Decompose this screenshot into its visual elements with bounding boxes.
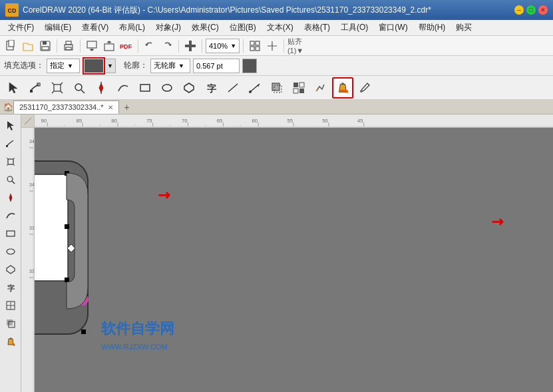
svg-point-40 xyxy=(346,90,349,93)
text-tool[interactable]: 字 xyxy=(200,77,222,98)
svg-text:CD: CD xyxy=(8,7,17,14)
menu-tools[interactable]: 工具(O) xyxy=(335,21,373,35)
zoom-tool[interactable] xyxy=(69,77,90,98)
tab-close[interactable]: ✕ xyxy=(108,104,113,111)
svg-point-55 xyxy=(13,343,15,346)
left-table-tool[interactable] xyxy=(1,297,20,314)
fill-bucket-tool[interactable] xyxy=(332,77,353,98)
save-button[interactable] xyxy=(37,38,53,54)
fill-color-dropdown[interactable]: ▼ xyxy=(105,59,116,73)
left-polygon-tool[interactable] xyxy=(1,261,20,278)
svg-rect-18 xyxy=(256,47,260,51)
menu-effects[interactable]: 效果(C) xyxy=(186,21,224,35)
svg-rect-53 xyxy=(7,319,13,325)
zoom-level-dropdown[interactable]: 410% ▼ xyxy=(206,39,240,53)
ruler-corner[interactable] xyxy=(21,114,35,128)
fill-type-select[interactable]: 指定 ▼ xyxy=(47,59,80,73)
redo-button[interactable] xyxy=(159,38,175,54)
menu-help[interactable]: 帮助(H) xyxy=(413,21,451,35)
left-rect-tool[interactable] xyxy=(1,225,20,242)
svg-text:330: 330 xyxy=(29,269,35,274)
svg-text:90: 90 xyxy=(41,118,47,124)
left-ellipse-tool[interactable] xyxy=(1,243,20,260)
line-tool[interactable] xyxy=(222,77,244,98)
snap-to-button[interactable]: 贴齐(1)▼ xyxy=(287,38,303,54)
polygon-tool[interactable] xyxy=(178,77,200,98)
new-tab-button[interactable]: + xyxy=(120,100,134,114)
left-select-tool[interactable] xyxy=(1,117,20,134)
export-button[interactable] xyxy=(101,38,117,54)
menu-window[interactable]: 窗口(W) xyxy=(373,21,413,35)
svg-line-56 xyxy=(25,118,31,124)
pen-tool[interactable] xyxy=(91,77,112,98)
svg-line-45 xyxy=(12,181,15,184)
left-shadow-tool[interactable] xyxy=(1,315,20,332)
menu-text[interactable]: 文本(X) xyxy=(262,21,299,35)
shadow-tool[interactable] xyxy=(266,77,287,98)
node-tool[interactable] xyxy=(25,77,46,98)
undo-button[interactable] xyxy=(142,38,158,54)
menu-view[interactable]: 查看(V) xyxy=(77,21,114,35)
document-tab[interactable]: 2531170_23373302334..* ✕ xyxy=(13,100,119,114)
svg-text:335: 335 xyxy=(29,226,35,230)
svg-point-38 xyxy=(316,89,318,91)
left-zoom-tool[interactable] xyxy=(1,171,20,188)
standard-toolbar: PDF 410% ▼ 贴齐(1)▼ xyxy=(0,36,553,56)
menu-object[interactable]: 对象(J) xyxy=(150,21,186,35)
svg-rect-24 xyxy=(140,85,150,91)
zoom-in-button[interactable] xyxy=(182,38,198,54)
tools-bar: 字 xyxy=(0,76,553,100)
minimize-button[interactable]: ─ xyxy=(514,5,524,15)
import-button[interactable] xyxy=(84,38,100,54)
ellipse-tool[interactable] xyxy=(156,77,178,98)
svg-rect-85 xyxy=(21,128,35,392)
menu-file[interactable]: 文件(F) xyxy=(3,21,39,35)
wheel-select[interactable]: 无轮廓 ▼ xyxy=(150,59,190,73)
eyedropper-tool[interactable] xyxy=(354,77,375,98)
left-smear-tool[interactable] xyxy=(1,153,20,170)
left-freehand-tool[interactable] xyxy=(1,207,20,224)
connector-tool[interactable] xyxy=(244,77,266,98)
outline-color-box[interactable] xyxy=(242,59,257,73)
pdf-button[interactable]: PDF xyxy=(118,38,134,54)
select-tool[interactable] xyxy=(3,77,24,98)
menu-edit[interactable]: 编辑(E) xyxy=(39,21,77,35)
svg-rect-37 xyxy=(299,89,304,93)
toolbar-separator-2 xyxy=(80,39,81,53)
svg-text:75: 75 xyxy=(146,118,152,124)
canvas-content[interactable]: 1 软件自学网 WWW.RJZXW.COM xyxy=(35,128,553,392)
print-button[interactable] xyxy=(61,38,77,54)
canvas-area[interactable]: 90 85 80 75 70 65 60 55 50 45 xyxy=(21,114,553,392)
svg-text:85: 85 xyxy=(76,118,82,124)
fill-color-box[interactable] xyxy=(85,59,103,73)
toolbar-separator-5 xyxy=(202,39,202,53)
pattern-tool[interactable] xyxy=(288,77,309,98)
menu-layout[interactable]: 布局(L) xyxy=(114,21,150,35)
transform-tool[interactable] xyxy=(47,77,68,98)
snap-button[interactable] xyxy=(264,38,280,54)
left-text-tool[interactable]: 字 xyxy=(1,279,20,296)
smart-draw-tool[interactable] xyxy=(310,77,331,98)
new-button[interactable] xyxy=(3,38,19,54)
menu-buy[interactable]: 购买 xyxy=(451,21,477,35)
open-button[interactable] xyxy=(20,38,36,54)
left-fill-tool[interactable] xyxy=(1,333,20,350)
maximize-button[interactable]: □ xyxy=(526,5,536,15)
rect-tool[interactable] xyxy=(134,77,156,98)
wheel-label: 轮廓： xyxy=(124,60,148,71)
grid-button[interactable] xyxy=(247,38,263,54)
curve-tool[interactable] xyxy=(112,77,134,98)
svg-rect-46 xyxy=(7,231,15,236)
svg-text:340: 340 xyxy=(29,182,35,187)
left-pen-tool[interactable] xyxy=(1,189,20,206)
menu-table[interactable]: 表格(T) xyxy=(299,21,335,35)
svg-rect-3 xyxy=(9,40,14,47)
close-button[interactable]: ✕ xyxy=(538,5,548,15)
left-node-tool[interactable] xyxy=(1,135,20,152)
left-toolbox: 字 xyxy=(0,114,21,392)
svg-marker-48 xyxy=(7,266,15,274)
size-input[interactable] xyxy=(193,59,240,73)
svg-text:45: 45 xyxy=(357,118,363,124)
menu-bitmap[interactable]: 位图(B) xyxy=(224,21,262,35)
svg-rect-21 xyxy=(54,85,61,91)
